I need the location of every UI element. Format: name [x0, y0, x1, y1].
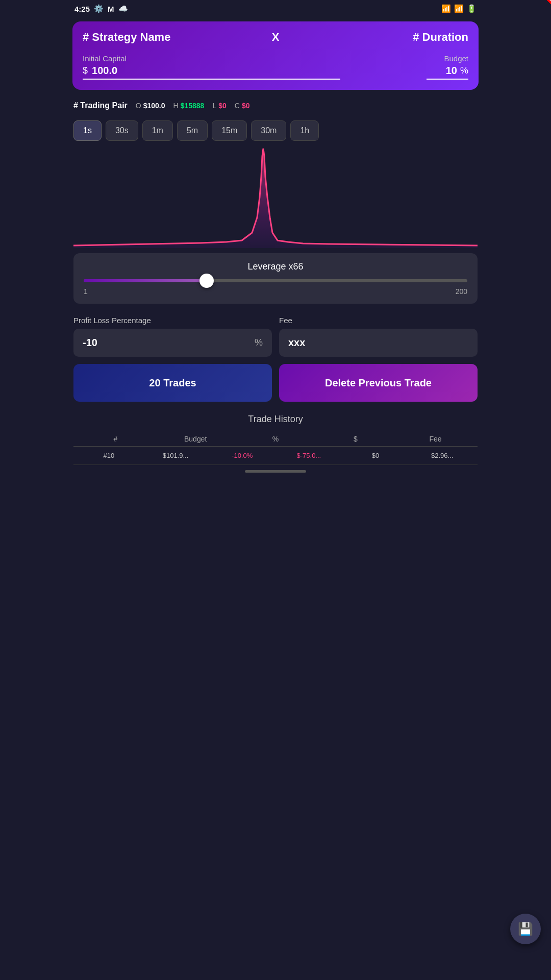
ohlc-low: L $0	[212, 102, 226, 110]
time-btn-1h[interactable]: 1h	[290, 120, 319, 141]
fee-input-box	[279, 329, 478, 357]
delete-previous-trade-button[interactable]: Delete Previous Trade	[279, 364, 478, 402]
th-percent: %	[236, 435, 316, 443]
table-row: #10 $101.9... -10.0% $-75.0... $0 $2.96.…	[73, 447, 478, 465]
currency-symbol: $	[83, 65, 88, 76]
chart-svg	[73, 146, 478, 248]
signal-icon: 📶	[454, 4, 464, 13]
time-btn-30m[interactable]: 30m	[251, 120, 286, 141]
profit-loss-section: Profit Loss Percentage %	[73, 316, 272, 357]
td-budget: $101.9...	[142, 452, 209, 459]
th-fee: Fee	[395, 435, 475, 443]
profit-loss-input-box: %	[73, 329, 272, 357]
td-fee-extra: $2.96...	[409, 452, 475, 459]
time-btn-15m[interactable]: 15m	[212, 120, 247, 141]
td-fee: $0	[342, 452, 409, 459]
action-buttons: 20 Trades Delete Previous Trade	[66, 357, 485, 409]
th-num: #	[76, 435, 156, 443]
cloud-icon: ☁️	[118, 4, 128, 13]
fee-input[interactable]	[288, 337, 432, 349]
percent-symbol: %	[460, 65, 468, 76]
trade-table-header: # Budget % $ Fee	[73, 432, 478, 447]
budget-input[interactable]	[427, 65, 457, 77]
chart-area	[73, 146, 478, 248]
header-card: # Strategy Name X # Duration Initial Cap…	[72, 21, 479, 90]
leverage-section: Leverage x66 1 200	[73, 253, 478, 304]
time-display: 4:25	[74, 5, 90, 13]
battery-icon: 🔋	[467, 4, 477, 13]
status-left: 4:25 ⚙️ M ☁️	[74, 4, 128, 13]
trade-history-title: Trade History	[73, 414, 478, 425]
email-icon: M	[108, 5, 114, 13]
duration-label: # Duration	[413, 31, 468, 44]
x-button[interactable]: X	[272, 31, 280, 44]
strategy-name-label: # Strategy Name	[83, 31, 170, 44]
trading-pair-row: # Trading Pair O $100.0 H $15888 L $0 C …	[66, 94, 485, 117]
trading-pair-label: # Trading Pair	[73, 101, 128, 110]
settings-icon: ⚙️	[94, 4, 104, 13]
td-num: #10	[76, 452, 142, 459]
initial-capital-section: Initial Capital $	[83, 54, 427, 80]
trades-button[interactable]: 20 Trades	[73, 364, 272, 402]
slider-max: 200	[456, 287, 467, 296]
time-btn-1m[interactable]: 1m	[142, 120, 173, 141]
home-bar	[245, 470, 306, 473]
slider-track	[84, 279, 467, 282]
th-dollar: $	[315, 435, 395, 443]
trade-history-section: Trade History # Budget % $ Fee #10 $101.…	[66, 414, 485, 465]
time-btn-1s[interactable]: 1s	[73, 120, 102, 141]
status-bar: 4:25 ⚙️ M ☁️ 📶 📶 🔋	[66, 0, 485, 17]
initial-capital-label: Initial Capital	[83, 54, 427, 63]
th-budget: Budget	[156, 435, 236, 443]
ohlc-close: C $0	[235, 102, 250, 110]
fee-label: Fee	[279, 316, 478, 325]
home-indicator	[66, 465, 485, 478]
profit-loss-input[interactable]	[83, 337, 227, 349]
ohlc-high: H $15888	[173, 102, 205, 110]
profit-loss-label: Profit Loss Percentage	[73, 316, 272, 325]
slider-thumb[interactable]	[199, 274, 214, 288]
capital-input[interactable]	[92, 65, 153, 77]
slider-fill	[84, 279, 207, 282]
slider-labels: 1 200	[84, 287, 467, 296]
budget-section: Budget %	[427, 54, 468, 80]
slider-min: 1	[84, 287, 88, 296]
time-buttons-container: 1s 30s 1m 5m 15m 30m 1h	[66, 117, 485, 146]
profit-fee-row: Profit Loss Percentage % Fee	[66, 309, 485, 357]
profit-loss-unit: %	[255, 337, 263, 348]
wifi-icon: 📶	[441, 4, 451, 13]
status-right: 📶 📶 🔋	[441, 4, 477, 13]
time-btn-5m[interactable]: 5m	[177, 120, 208, 141]
fee-section: Fee	[279, 316, 478, 357]
leverage-title: Leverage x66	[84, 261, 467, 272]
td-dollar: $-75.0...	[276, 452, 342, 459]
budget-label: Budget	[427, 54, 468, 63]
time-btn-30s[interactable]: 30s	[106, 120, 138, 141]
leverage-slider-container[interactable]	[84, 279, 467, 282]
ohlc-open: O $100.0	[136, 102, 165, 110]
td-percent: -10.0%	[209, 452, 276, 459]
